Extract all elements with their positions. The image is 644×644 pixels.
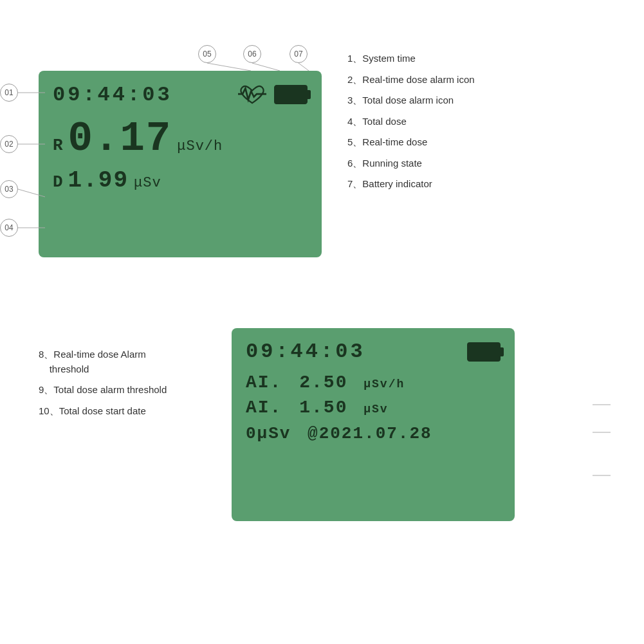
screen-row-3: D 1.99 μSv xyxy=(53,167,308,194)
b-screen-row-3: AI. 1.50 μSv xyxy=(246,398,501,418)
legend-item-9: 9、Total dose alarm threshold xyxy=(39,383,206,398)
icons-group xyxy=(238,82,308,107)
callout-01: 01 xyxy=(0,84,18,102)
lcd-screen-1: 09:44:03 R 0.17 μSv/h D xyxy=(39,71,322,257)
b-dose-start: 0μSv xyxy=(246,424,291,443)
legend-item-2: 2、Real-time dose alarm icon xyxy=(347,73,605,87)
realtime-unit: μSv/h xyxy=(177,138,223,154)
b-alarm1-prefix: AI. xyxy=(246,373,282,392)
b-alarm2-value: 1.50 xyxy=(299,398,347,418)
b-screen-row-1: 09:44:03 xyxy=(246,340,501,363)
dose-prefix: D xyxy=(53,172,63,192)
legend-item-4: 4、Total dose xyxy=(347,115,605,129)
realtime-value: 0.17 xyxy=(68,118,172,160)
svg-line-1 xyxy=(252,63,280,71)
screen-row-2: R 0.17 μSv/h xyxy=(53,118,308,160)
realtime-prefix: R xyxy=(53,136,63,155)
b-alarm1-value: 2.50 xyxy=(299,373,347,392)
callout-06: 06 xyxy=(243,45,261,63)
b-battery-icon xyxy=(467,342,501,362)
svg-line-0 xyxy=(207,63,251,71)
b-alarm2-unit: μSv xyxy=(363,403,388,416)
b-screen-row-2: AI. 2.50 μSv/h xyxy=(246,373,501,392)
dose-unit: μSv xyxy=(134,175,161,191)
bottom-section: 8、Real-time dose Alarm threshold 9、Total… xyxy=(39,328,605,521)
b-screen-row-4: 0μSv @2021.07.28 xyxy=(246,424,501,443)
callout-04: 04 xyxy=(0,219,18,237)
top-legend: 1、System time 2、Real-time dose alarm ico… xyxy=(347,39,605,198)
legend-item-10: 10、Total dose start date xyxy=(39,404,206,419)
callout-07: 07 xyxy=(290,45,308,63)
ecg-heart-icon xyxy=(238,82,266,107)
legend-item-8: 8、Real-time dose Alarm threshold xyxy=(39,347,206,376)
top-section: 05 06 07 09:44:03 xyxy=(39,39,605,257)
legend-item-5: 5、Real-time dose xyxy=(347,135,605,150)
legend-item-3: 3、Total dose alarm icon xyxy=(347,93,605,108)
screen-row-1: 09:44:03 xyxy=(53,82,308,107)
legend-item-7: 7、Battery indicator xyxy=(347,177,605,192)
b-start-date: @2021.07.28 xyxy=(308,424,432,443)
bottom-screen-container: 09:44:03 AI. 2.50 μSv/h AI. 1.50 μSv 0μS… xyxy=(232,328,605,521)
b-alarm1-unit: μSv/h xyxy=(363,378,405,391)
top-screen-container: 05 06 07 09:44:03 xyxy=(39,39,322,257)
b-system-time: 09:44:03 xyxy=(246,340,365,363)
svg-line-2 xyxy=(299,63,309,71)
battery-icon xyxy=(274,85,308,104)
dose-value: 1.99 xyxy=(68,167,129,194)
bottom-legend: 8、Real-time dose Alarm threshold 9、Total… xyxy=(39,328,206,425)
callout-03: 03 xyxy=(0,180,18,198)
legend-item-6: 6、Running state xyxy=(347,156,605,171)
callout-05: 05 xyxy=(198,45,216,63)
system-time: 09:44:03 xyxy=(53,83,172,107)
b-alarm2-prefix: AI. xyxy=(246,398,282,418)
svg-line-5 xyxy=(18,189,45,197)
callout-02: 02 xyxy=(0,135,18,153)
lcd-screen-2: 09:44:03 AI. 2.50 μSv/h AI. 1.50 μSv 0μS… xyxy=(232,328,515,521)
right-callout-lines xyxy=(593,328,644,521)
top-callout-lines xyxy=(39,39,322,71)
legend-item-1: 1、System time xyxy=(347,51,605,66)
